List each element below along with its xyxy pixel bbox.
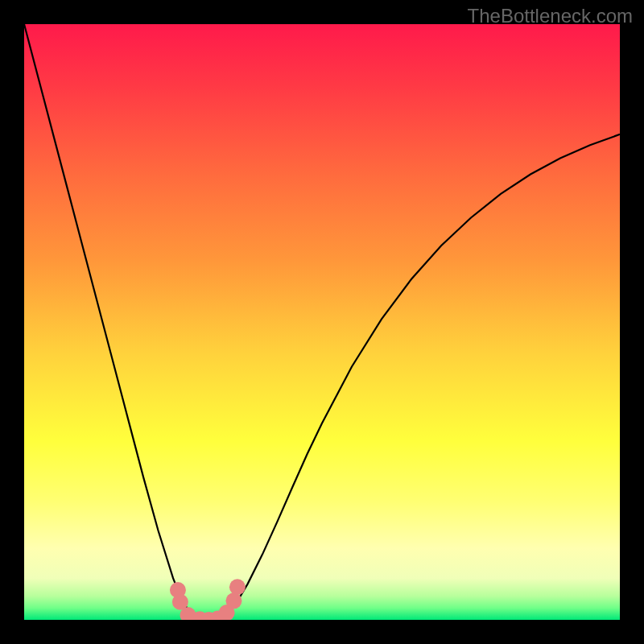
bottleneck-chart	[24, 24, 620, 620]
curve-marker	[229, 579, 246, 595]
curve-marker	[225, 592, 242, 609]
gradient-rect	[24, 24, 620, 620]
watermark-text: TheBottleneck.com	[468, 5, 633, 27]
